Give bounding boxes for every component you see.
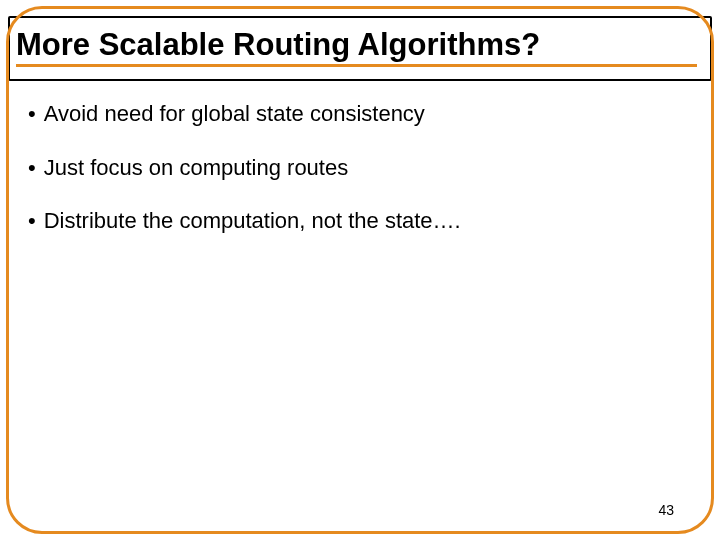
bullet-dot-icon: • — [28, 207, 36, 235]
bullet-text: Avoid need for global state consistency — [44, 100, 425, 128]
bullet-dot-icon: • — [28, 154, 36, 182]
bullet-item: • Just focus on computing routes — [28, 154, 692, 182]
bullet-text: Just focus on computing routes — [44, 154, 349, 182]
slide: More Scalable Routing Algorithms? • Avoi… — [0, 0, 720, 540]
bullet-text: Distribute the computation, not the stat… — [44, 207, 461, 235]
title-box: More Scalable Routing Algorithms? — [8, 16, 712, 81]
content-area: • Avoid need for global state consistenc… — [28, 100, 692, 261]
bullet-item: • Avoid need for global state consistenc… — [28, 100, 692, 128]
title-underline — [16, 64, 697, 67]
slide-border — [6, 6, 714, 534]
bullet-dot-icon: • — [28, 100, 36, 128]
slide-title: More Scalable Routing Algorithms? — [16, 28, 704, 62]
bullet-item: • Distribute the computation, not the st… — [28, 207, 692, 235]
page-number: 43 — [658, 502, 674, 518]
